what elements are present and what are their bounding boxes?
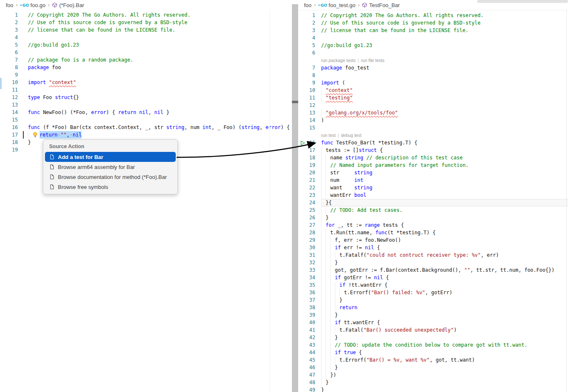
code-token: { (383, 274, 389, 281)
breadcrumb-folder[interactable]: foo (304, 2, 311, 8)
line-content[interactable]: num int (321, 176, 568, 184)
line-content[interactable]: // Use of this source code is governed b… (321, 19, 568, 27)
line-content[interactable]: func TestFoo_Bar(t *testing.T) { (321, 139, 568, 146)
editor-sash[interactable] (292, 4, 298, 392)
line-content[interactable]: // TODO: Add test cases. (321, 206, 568, 214)
line-content[interactable]: t.Fatal("Bar() succeeded unexpectedly") (321, 326, 568, 334)
line-content[interactable]: // Copyright 2020 The Go Authors. All ri… (28, 11, 292, 19)
horizontal-scrollbar[interactable] (477, 0, 568, 3)
line-content[interactable] (321, 34, 568, 42)
line-content[interactable]: // Named input parameters for target fun… (321, 161, 568, 169)
code-area[interactable]: 1// Copyright 2020 The Go Authors. All r… (298, 10, 568, 392)
breadcrumb-folder[interactable]: foo (6, 2, 13, 8)
line-content[interactable]: } (321, 334, 568, 341)
line-content[interactable]: if tt.wantErr { (321, 319, 568, 326)
breadcrumb-symbol[interactable]: TestFoo_Bar (362, 2, 400, 8)
line-content[interactable]: // license that can be found in the LICE… (28, 26, 292, 34)
codelens-link[interactable]: run package tests (321, 57, 356, 64)
line-content[interactable] (321, 49, 568, 57)
line-content[interactable]: } (321, 379, 568, 386)
sash-handle[interactable] (292, 101, 298, 103)
line-content[interactable]: ) (321, 117, 568, 124)
line-content[interactable]: //go:build go1.23 (321, 42, 568, 49)
line-number: 34 (298, 274, 315, 281)
line-number: 19 (298, 161, 315, 169)
line-content[interactable]: import "context" (28, 79, 292, 86)
line-content[interactable] (321, 102, 568, 109)
line-content[interactable]: func (f *Foo) Bar(ctx context.Context, _… (28, 124, 292, 131)
line-content[interactable]: } (321, 259, 568, 266)
breadcrumb-file[interactable]: GO foo.go (20, 2, 45, 8)
menu-item[interactable]: Browse free symbols (45, 182, 176, 192)
menu-item[interactable]: Browse documentation for method (*Foo).B… (45, 172, 176, 182)
line-content[interactable]: // TODO: update the condition below to c… (321, 341, 568, 349)
code-token: type (28, 94, 40, 101)
menu-item-label: Browse arm64 assembly for Bar (58, 164, 135, 170)
line-content[interactable]: t.Errorf("Bar() failed: %v", gotErr) (321, 289, 568, 296)
line-content[interactable]: tests := []struct { (321, 146, 568, 154)
code-line-48: 48} (298, 379, 568, 386)
line-content[interactable]: if gotErr != nil { (321, 274, 568, 281)
line-content[interactable]: "golang.org/x/tools/foo" (321, 109, 568, 117)
line-content[interactable] (28, 116, 292, 124)
code-area[interactable]: 1// Copyright 2020 The Go Authors. All r… (0, 10, 292, 154)
line-content[interactable] (321, 72, 568, 79)
line-content[interactable]: "context" (321, 87, 568, 94)
line-number: 22 (298, 184, 315, 191)
code-token: range (365, 221, 380, 229)
line-content[interactable]: // Copyright 2020 The Go Authors. All ri… (321, 12, 568, 19)
line-content[interactable]: t.Errorf("Bar() = %v, want %v", got, tt.… (321, 356, 568, 364)
line-content[interactable]: t.Fatalf("could not contruct receiver ty… (321, 251, 568, 259)
line-content[interactable]: if err != nil { (321, 244, 568, 251)
code-token: } (335, 259, 338, 266)
line-content[interactable]: return·"",·nil (28, 131, 292, 139)
line-content[interactable]: package foo (28, 64, 292, 71)
menu-item[interactable]: Browse arm64 assembly for Bar (45, 162, 176, 172)
code-token: _, tt := (335, 221, 365, 229)
line-content[interactable]: "testing" (321, 94, 568, 102)
line-content[interactable]: //go:build go1.23 (28, 41, 292, 49)
line-content[interactable]: } (321, 214, 568, 221)
quick-fix-lightbulb-icon[interactable] (32, 131, 40, 139)
line-content[interactable]: } (321, 386, 568, 392)
indent-guide (321, 304, 339, 311)
line-content[interactable]: want string (321, 184, 568, 191)
line-content[interactable]: if true { (321, 349, 568, 356)
line-content[interactable]: }) (321, 371, 568, 379)
codelens-link[interactable]: run file tests (361, 57, 385, 64)
line-content[interactable] (28, 86, 292, 94)
line-content[interactable]: got, gotErr := f.Bar(context.Background(… (321, 266, 568, 274)
line-content[interactable] (321, 124, 568, 131)
line-number: 39 (298, 311, 315, 319)
breadcrumb-file[interactable]: GO foo_test.go (318, 2, 355, 8)
line-content[interactable]: t.Run(tt.name, func(t *testing.T) { (321, 229, 568, 236)
line-content[interactable]: str string (321, 169, 568, 176)
line-content[interactable]: } (321, 311, 568, 319)
line-content[interactable]: // license that can be found in the LICE… (321, 27, 568, 34)
line-content[interactable] (28, 49, 292, 56)
line-content[interactable]: return (321, 304, 568, 311)
line-content[interactable]: import ( (321, 79, 568, 87)
line-content[interactable] (28, 71, 292, 79)
menu-item[interactable]: Add a test for Bar (45, 152, 176, 162)
line-content[interactable]: // package foo is a random package. (28, 56, 292, 64)
line-content[interactable]: } (321, 296, 568, 304)
codelens-link[interactable]: run test (321, 131, 336, 139)
line-content[interactable]: } (321, 364, 568, 371)
line-content[interactable]: package foo_test (321, 64, 568, 72)
line-content[interactable]: // Use of this source code is governed b… (28, 19, 292, 26)
line-content[interactable]: for _, tt := range tests { (321, 221, 568, 229)
breadcrumb-symbol[interactable]: (*Foo).Bar (52, 2, 84, 8)
code-token: "context" (49, 79, 76, 86)
line-content[interactable]: name string // description of this test … (321, 154, 568, 161)
line-content[interactable]: }{ (321, 199, 568, 206)
code-token: // package foo is a random package. (28, 56, 133, 64)
line-content[interactable]: f, err := foo.NewFoo() (321, 236, 568, 244)
line-content[interactable]: func NewFoo() (*Foo, error) { return nil… (28, 109, 292, 116)
codelens-link[interactable]: debug test (341, 131, 361, 139)
line-content[interactable] (28, 34, 292, 41)
line-content[interactable]: if !tt.wantErr { (321, 281, 568, 289)
line-content[interactable] (28, 101, 292, 109)
line-content[interactable]: wantErr bool (321, 191, 568, 199)
line-content[interactable]: type Foo struct{} (28, 94, 292, 101)
